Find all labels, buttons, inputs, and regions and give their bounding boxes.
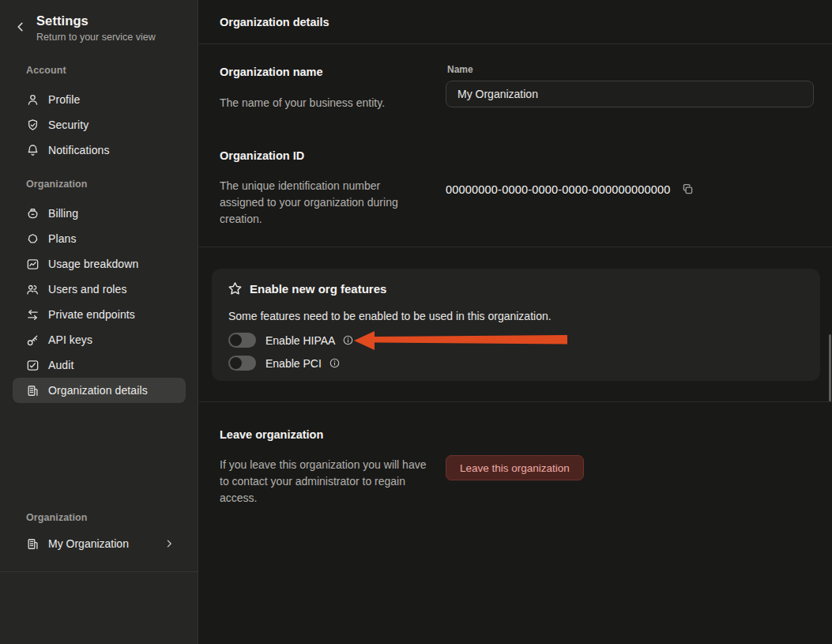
section-label-account: Account [26, 65, 66, 76]
audit-icon [26, 359, 40, 372]
scrollbar-thumb[interactable] [829, 334, 831, 401]
star-icon [228, 281, 243, 296]
sidebar-item-security[interactable]: Security [13, 112, 186, 137]
key-icon [26, 333, 40, 347]
main-content: Organization details Organization name T… [199, 0, 832, 644]
org-name-heading: Organization name [220, 66, 323, 78]
plans-icon [26, 232, 40, 246]
toggle-knob [230, 357, 242, 369]
enable-hipaa-toggle[interactable] [228, 333, 256, 348]
card-header: Enable new org features [228, 281, 386, 296]
bell-icon [26, 144, 40, 157]
card-title: Enable new org features [250, 282, 386, 296]
org-name-description: The name of your business entity. [220, 95, 385, 111]
org-id-heading: Organization ID [220, 149, 304, 162]
leave-organization-button[interactable]: Leave this organization [446, 455, 584, 480]
name-field-label: Name [447, 64, 473, 75]
sidebar: Settings Return to your service view Acc… [0, 0, 198, 644]
sidebar-item-label: Organization details [48, 384, 148, 397]
back-button[interactable] [13, 19, 28, 35]
user-icon [26, 93, 40, 107]
settings-page: Settings Return to your service view Acc… [0, 0, 832, 644]
enable-pci-toggle[interactable] [228, 356, 256, 371]
settings-subtitle: Return to your service view [36, 32, 156, 43]
chevron-right-icon [164, 538, 175, 549]
organization-nav: Billing Plans Usage breakdown Users and … [13, 201, 186, 403]
section-divider [199, 247, 832, 247]
leave-org-heading: Leave organization [220, 428, 323, 441]
hipaa-toggle-label: Enable HIPAA [265, 334, 335, 347]
page-title: Organization details [220, 16, 329, 28]
sidebar-item-label: Security [48, 119, 88, 131]
users-icon [26, 283, 40, 296]
card-subtitle: Some features need to be enabled to be u… [228, 310, 552, 322]
org-name-input[interactable] [446, 81, 814, 107]
sidebar-item-users-and-roles[interactable]: Users and roles [13, 277, 186, 302]
sidebar-item-label: API keys [48, 333, 92, 346]
sidebar-item-notifications[interactable]: Notifications [13, 137, 186, 163]
toggle-knob [230, 334, 242, 346]
sidebar-item-plans[interactable]: Plans [13, 226, 186, 251]
billing-icon [26, 207, 40, 220]
chevron-left-icon [14, 21, 27, 33]
leave-org-description: If you leave this organization you will … [220, 457, 435, 507]
account-nav: Profile Security Notifications [13, 87, 186, 163]
sidebar-item-private-endpoints[interactable]: Private endpoints [13, 302, 186, 327]
org-switcher[interactable]: My Organization [13, 531, 186, 556]
sidebar-item-label: Private endpoints [48, 308, 135, 321]
sidebar-item-organization-details[interactable]: Organization details [13, 378, 186, 403]
sidebar-item-billing[interactable]: Billing [13, 201, 186, 226]
org-id-row: 00000000-0000-0000-0000-000000000000 [446, 183, 695, 196]
main-header: Organization details [199, 0, 832, 44]
section-divider [199, 401, 832, 402]
sidebar-item-label: Plans [48, 232, 77, 245]
sidebar-item-profile[interactable]: Profile [13, 87, 186, 112]
info-icon[interactable] [329, 357, 341, 369]
usage-chart-icon [26, 258, 40, 271]
org-features-card: Enable new org features Some features ne… [212, 269, 820, 381]
sidebar-item-label: Billing [48, 207, 78, 220]
sidebar-footer: Integrations All systems operational [0, 571, 198, 644]
copy-icon[interactable] [681, 183, 695, 196]
endpoints-icon [26, 308, 40, 322]
org-switcher-value: My Organization [48, 537, 129, 550]
info-icon[interactable] [342, 334, 354, 346]
org-id-value: 00000000-0000-0000-0000-000000000000 [446, 183, 671, 196]
org-id-description: The unique identification number assigne… [220, 178, 424, 228]
sidebar-item-label: Usage breakdown [48, 258, 138, 270]
building-icon [26, 537, 40, 551]
pci-toggle-row: Enable PCI [228, 356, 341, 371]
settings-title: Settings [36, 13, 88, 28]
sidebar-item-audit[interactable]: Audit [13, 352, 186, 378]
sidebar-item-label: Users and roles [48, 283, 127, 296]
hipaa-toggle-row: Enable HIPAA [228, 333, 354, 348]
sidebar-item-label: Profile [48, 93, 80, 106]
sidebar-item-api-keys[interactable]: API keys [13, 327, 186, 352]
pci-toggle-label: Enable PCI [265, 357, 322, 370]
sidebar-item-label: Notifications [48, 144, 110, 156]
section-label-org-switcher: Organization [26, 512, 88, 523]
sidebar-item-label: Audit [48, 359, 73, 371]
building-icon [26, 384, 40, 397]
section-label-organization: Organization [26, 179, 88, 190]
sidebar-item-usage-breakdown[interactable]: Usage breakdown [13, 251, 186, 277]
shield-check-icon [26, 119, 40, 132]
